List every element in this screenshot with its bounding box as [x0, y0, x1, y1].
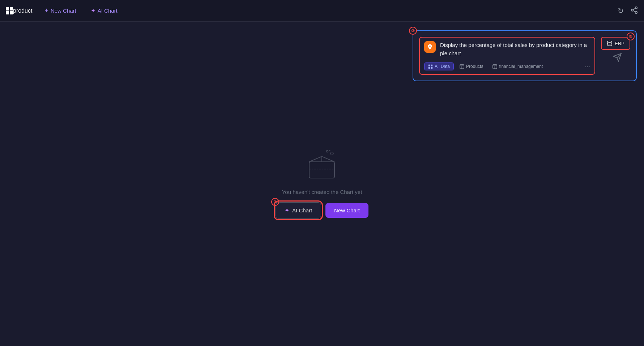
sparkle-icon-btn: ✦: [285, 207, 289, 214]
erp-label: ERP: [615, 41, 624, 46]
topbar: product + New Chart ✦ AI Chart ↻: [0, 0, 644, 22]
erp-btn-wrapper: ③ ERP: [601, 37, 630, 50]
svg-point-1: [631, 9, 634, 11]
svg-rect-5: [309, 162, 334, 178]
ai-panel-message: Display the percentage of total sales by…: [424, 41, 590, 57]
svg-rect-10: [428, 64, 430, 66]
ai-panel-right-actions: ③ ERP: [601, 37, 630, 62]
svg-point-7: [330, 152, 333, 155]
empty-state-text: You haven't created the Chart yet: [282, 189, 362, 195]
main-content: You haven't created the Chart yet ① ✦ AI…: [0, 22, 644, 346]
datasource-financial[interactable]: financial_management: [489, 63, 546, 70]
new-chart-label: New Chart: [51, 8, 76, 14]
ai-chart-action-wrapper: ① ✦ AI Chart: [276, 202, 321, 219]
app-logo: [6, 7, 13, 14]
datasource-products[interactable]: Products: [456, 63, 487, 70]
svg-point-9: [329, 150, 330, 151]
empty-state-actions: ① ✦ AI Chart New Chart: [276, 202, 368, 219]
ai-chart-action-button[interactable]: ✦ AI Chart: [276, 202, 321, 219]
datasource-all-data[interactable]: All Data: [424, 62, 454, 70]
ai-avatar: [424, 41, 436, 53]
ai-panel: ② Display the percentage of total sales …: [413, 30, 637, 81]
financial-label: financial_management: [499, 64, 543, 69]
erp-button[interactable]: ERP: [601, 37, 630, 50]
svg-point-20: [607, 41, 612, 42]
svg-rect-14: [460, 64, 464, 68]
app-name: product: [13, 8, 32, 14]
new-chart-btn-label: New Chart: [334, 207, 360, 213]
topbar-right-actions: ↻: [618, 6, 638, 15]
sparkle-icon: ✦: [91, 7, 95, 14]
step-1-badge: ①: [271, 198, 279, 206]
svg-line-3: [633, 10, 635, 12]
svg-point-2: [635, 12, 637, 13]
svg-point-0: [635, 7, 637, 9]
step-3-badge: ③: [627, 33, 635, 40]
empty-state: You haven't created the Chart yet ① ✦ AI…: [276, 149, 368, 219]
svg-rect-12: [428, 67, 430, 69]
svg-line-4: [633, 8, 635, 10]
svg-rect-11: [431, 64, 432, 66]
topbar-new-chart-button[interactable]: + New Chart: [41, 5, 80, 17]
all-data-label: All Data: [435, 64, 450, 69]
refresh-button[interactable]: ↻: [618, 7, 624, 14]
svg-rect-13: [431, 67, 432, 69]
ai-panel-main-row: Display the percentage of total sales by…: [419, 37, 630, 75]
empty-state-icon: [304, 149, 340, 182]
new-chart-action-button[interactable]: New Chart: [325, 203, 368, 218]
step-2-badge: ②: [409, 27, 417, 35]
plus-icon: +: [44, 7, 48, 14]
ai-panel-datasource-row: All Data Products: [424, 62, 590, 70]
ai-panel-message-area: Display the percentage of total sales by…: [419, 37, 595, 75]
svg-point-8: [327, 151, 328, 152]
share-button[interactable]: [630, 6, 638, 15]
ai-panel-message-text: Display the percentage of total sales by…: [440, 41, 590, 57]
products-label: Products: [466, 64, 483, 69]
ai-chart-label: AI Chart: [98, 8, 118, 14]
datasource-more-button[interactable]: ···: [585, 63, 590, 70]
svg-rect-17: [493, 64, 497, 68]
send-button[interactable]: [613, 53, 622, 62]
ai-chart-btn-label: AI Chart: [292, 207, 312, 213]
topbar-ai-chart-button[interactable]: ✦ AI Chart: [87, 5, 121, 16]
